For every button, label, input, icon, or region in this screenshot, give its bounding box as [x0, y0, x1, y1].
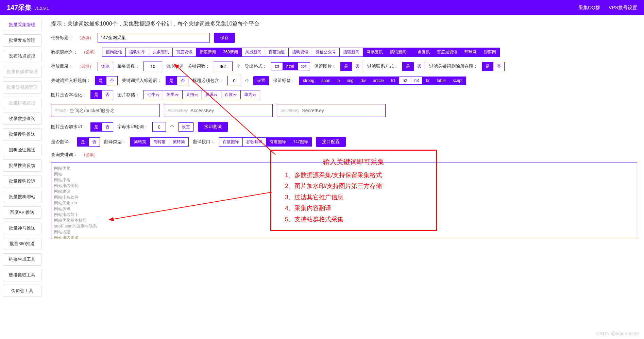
image-store-tags: 七牛云阿里云又拍云腾讯云百度云华为云 [143, 90, 260, 99]
keyword-count-input[interactable] [214, 62, 233, 71]
source-tag[interactable]: 头条资讯 [149, 48, 173, 57]
sidebar-item[interactable]: 批量发布管理 [3, 34, 41, 47]
image-local-yes[interactable]: 是 [90, 90, 102, 99]
source-tag[interactable]: 搜狗知乎 [126, 48, 149, 57]
link-vps-settings[interactable]: VPS拨号设置 [609, 5, 637, 11]
export-format-tag[interactable]: txt [271, 62, 283, 70]
title-contain-set-button[interactable]: 设置 [253, 76, 269, 85]
translate-no[interactable]: 否 [89, 137, 100, 147]
sidebar-item[interactable]: 批量采集管理 [3, 19, 41, 31]
keep-tag[interactable]: script [450, 77, 467, 85]
source-tag[interactable]: 凤凰新闻 [242, 48, 265, 57]
source-tag[interactable]: 澎湃网 [480, 48, 500, 57]
keep-image-no[interactable]: 否 [352, 62, 363, 71]
image-store-tag[interactable]: 又拍云 [183, 90, 202, 99]
translate-api-tag[interactable]: 百度翻译 [219, 137, 243, 147]
sidebar-item[interactable]: 搜狗验证推送 [3, 144, 41, 156]
save-button[interactable]: 保存 [214, 33, 235, 43]
export-format-tag[interactable]: html [283, 62, 298, 70]
sidebar-item[interactable]: 批量短视频管理 [3, 81, 41, 94]
keep-tag[interactable]: table [434, 77, 450, 85]
api-config-button[interactable]: 接口配置 [316, 137, 346, 147]
sidebar-item[interactable]: 批量搜狗绑站 [3, 191, 41, 203]
insert-after-yes[interactable]: 是 [166, 76, 177, 85]
source-tag[interactable]: 搜狗资讯 [289, 48, 312, 57]
sidebar-item[interactable]: 批量搜狗反馈 [3, 159, 41, 172]
sidebar-item[interactable]: 百度API推送 [3, 206, 41, 219]
watermark-test-button[interactable]: 水印测试 [198, 122, 228, 132]
keep-tag[interactable]: span [318, 77, 334, 85]
cloud-ak-input[interactable] [190, 108, 269, 113]
sidebar-item[interactable]: 链接生成工具 [3, 253, 41, 266]
sidebar-item[interactable]: 批量360推送 [3, 238, 41, 250]
keep-tag[interactable]: strong [299, 77, 318, 85]
watermark-set-button[interactable]: 设置 [178, 122, 194, 132]
sidebar-item[interactable]: 批量神马推送 [3, 222, 41, 234]
task-title-input[interactable] [98, 33, 210, 43]
required-marker: （必填） [82, 152, 98, 158]
keep-tag[interactable]: h1 [388, 77, 399, 85]
source-tag[interactable]: 腾讯新闻 [387, 48, 410, 57]
watermark-yes[interactable]: 是 [90, 122, 102, 132]
filter-keyword-yes[interactable]: 是 [482, 62, 493, 71]
insert-before-yes[interactable]: 是 [95, 76, 106, 85]
keep-tag[interactable]: br [423, 77, 434, 85]
browse-button[interactable]: 浏览 [98, 62, 113, 71]
source-tag[interactable]: 网易资讯 [363, 48, 387, 57]
translate-type-tag[interactable]: 简转英 [130, 137, 150, 147]
filter-keyword-no[interactable]: 否 [493, 62, 505, 71]
source-tag[interactable]: 新浪新闻 [196, 48, 220, 57]
export-format-tag[interactable]: xxf [298, 62, 310, 70]
source-tag[interactable]: 搜狐新闻 [340, 48, 363, 57]
source-tag[interactable]: 一点资讯 [410, 48, 434, 57]
keep-tag[interactable]: img [343, 77, 357, 85]
task-title-label: 任务标题： [51, 35, 73, 41]
watermark-no[interactable]: 否 [102, 122, 113, 132]
title-contain-label: 标题必须包含： [192, 78, 223, 84]
sidebar-item[interactable]: 链接抓取工具 [3, 269, 41, 281]
source-tag[interactable]: 搜狗微信 [102, 48, 126, 57]
insert-before-no[interactable]: 否 [106, 76, 118, 85]
cloud-sk-input[interactable] [302, 108, 382, 113]
cloud-space-input[interactable] [70, 108, 156, 113]
filter-contact-yes[interactable]: 是 [402, 62, 414, 71]
sidebar-item[interactable]: 批量搜狗投诉 [3, 175, 41, 187]
image-store-tag[interactable]: 华为云 [241, 90, 260, 99]
keep-tag[interactable]: article [370, 77, 388, 85]
source-tag[interactable]: 百度最资讯 [434, 48, 461, 57]
collect-count-input[interactable] [143, 62, 162, 71]
sidebar-item[interactable]: 收录数据查询 [3, 113, 41, 125]
sidebar-item[interactable]: 发布站点监控 [3, 50, 41, 62]
image-local-no[interactable]: 否 [102, 90, 113, 99]
source-tag[interactable]: 百度资讯 [173, 48, 196, 57]
keep-tag[interactable]: p [334, 77, 343, 85]
required-marker: （必填） [82, 49, 98, 55]
insert-after-no[interactable]: 否 [177, 76, 188, 85]
sidebar-item[interactable]: 批量排名监控 [3, 97, 41, 109]
source-tag[interactable]: 360新闻 [220, 48, 242, 57]
keep-image-yes[interactable]: 是 [340, 62, 352, 71]
sidebar-item[interactable]: 批量自媒体管理 [3, 66, 41, 78]
title-contain-input[interactable] [227, 76, 241, 85]
sidebar-item[interactable]: 批量搜狗推送 [3, 128, 41, 140]
source-tag[interactable]: 环球网 [461, 48, 480, 57]
keep-tag[interactable]: h3 [411, 77, 423, 85]
translate-api-tag[interactable]: 谷歌翻译 [243, 137, 266, 147]
translate-type-tag[interactable]: 英转简 [169, 137, 189, 147]
translate-yes[interactable]: 是 [77, 137, 89, 147]
sidebar-item[interactable]: 伪原创工具 [3, 285, 41, 297]
image-store-tag[interactable]: 百度云 [221, 90, 241, 99]
translate-type-tag[interactable]: 简转繁 [150, 137, 169, 147]
image-store-tag[interactable]: 阿里云 [163, 90, 183, 99]
translate-api-tag[interactable]: 147翻译 [290, 137, 312, 147]
watermark-rotate-input[interactable] [152, 122, 166, 132]
translate-api-tag[interactable]: 有道翻译 [266, 137, 290, 147]
link-qq-group[interactable]: 采集QQ群 [578, 5, 600, 11]
image-store-tag[interactable]: 七牛云 [143, 90, 163, 99]
keep-tag[interactable]: h2 [399, 77, 411, 85]
source-tag[interactable]: 微信公众号 [312, 48, 340, 57]
image-store-tag[interactable]: 腾讯云 [202, 90, 221, 99]
source-tag[interactable]: 百度知道 [265, 48, 289, 57]
filter-contact-no[interactable]: 否 [414, 62, 425, 71]
keep-tag[interactable]: div [357, 77, 369, 85]
